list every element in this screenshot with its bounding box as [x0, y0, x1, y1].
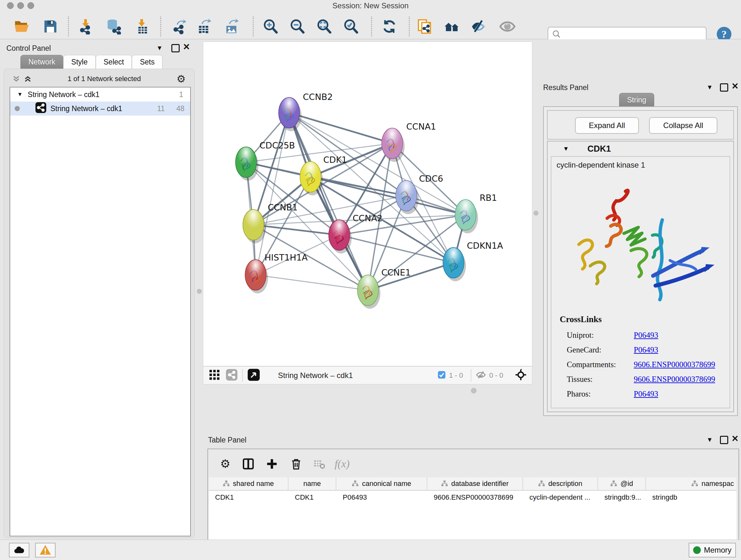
gene-expander-icon[interactable]: ▼ [563, 145, 569, 152]
refresh-layout-icon[interactable] [381, 17, 398, 36]
network-node-CCNB1[interactable] [243, 209, 266, 243]
zoom-fit-icon[interactable] [315, 17, 333, 36]
table-cell[interactable]: 9606.ENSP00000378699 [427, 491, 523, 504]
tab-network[interactable]: Network [20, 55, 63, 69]
network-edge-HIST1H1A-CCNE1[interactable] [256, 275, 368, 290]
network-collection-row[interactable]: ▼ String Network – cdk1 1 [10, 87, 190, 102]
open-session-icon[interactable] [13, 17, 30, 36]
save-session-icon[interactable] [42, 17, 59, 36]
show-eye-disabled-icon[interactable] [498, 17, 516, 36]
collapse-all-icon[interactable] [12, 75, 20, 83]
detach-view-icon[interactable] [247, 368, 260, 382]
network-node-HIST1H1A[interactable] [245, 260, 268, 294]
function-builder-icon[interactable]: f(x) [333, 455, 352, 473]
gene-section-header[interactable]: ▼ CDK1 [548, 141, 733, 156]
crosslink-value-link[interactable]: P06493 [634, 346, 658, 354]
tab-sets[interactable]: Sets [132, 55, 162, 69]
network-options-gear-icon[interactable]: ⚙ [177, 74, 186, 84]
table-panel-close-icon[interactable]: ✕ [731, 435, 739, 442]
network-node-CCNB2[interactable] [279, 98, 301, 131]
zoom-out-icon[interactable] [288, 17, 307, 36]
memory-button[interactable]: Memory [689, 543, 736, 557]
network-edge-CCNB2-CCNA1[interactable] [289, 113, 392, 143]
crosslink-label: Compartments: [567, 360, 634, 369]
table-cell[interactable]: CDK1 [209, 491, 288, 504]
export-table-icon[interactable] [195, 17, 213, 36]
houses-icon[interactable] [443, 17, 461, 36]
network-node-CCNA2[interactable] [329, 220, 352, 253]
grid-view-icon[interactable] [209, 369, 220, 381]
crosslink-value-link[interactable]: 9606.ENSP00000378699 [634, 360, 715, 369]
crosslink-value-link[interactable]: 9606.ENSP00000378699 [634, 375, 715, 384]
expand-all-icon[interactable] [23, 75, 32, 83]
search-icon [552, 30, 561, 39]
network-edge-CCNB1-CCNA2[interactable] [253, 225, 339, 235]
share-view-icon[interactable] [226, 369, 238, 382]
workspace: Control Panel ▼ ✕ NetworkStyleSelectSets… [0, 39, 741, 540]
results-panel-menu-icon[interactable]: ▼ [706, 84, 713, 91]
column-header-name[interactable]: name [288, 477, 336, 490]
copy-style-documents-icon[interactable] [415, 17, 433, 36]
table-cell[interactable]: stringdb [646, 491, 737, 504]
column-header-description[interactable]: description [523, 477, 598, 490]
cloud-button[interactable] [9, 543, 29, 557]
birdseye-crosshair-icon[interactable] [515, 369, 527, 382]
import-table-file-icon[interactable] [133, 17, 151, 36]
column-header-label: shared name [233, 480, 274, 488]
table-cell[interactable]: cyclin-dependent ... [523, 491, 598, 504]
crosslink-value-link[interactable]: P06493 [634, 389, 658, 398]
show-columns-icon[interactable] [239, 455, 258, 473]
network-node-CCNE1[interactable] [357, 275, 381, 309]
network-node-RB1[interactable] [455, 199, 478, 233]
table-cell[interactable]: CDK1 [288, 491, 336, 504]
hidden-eye-icon[interactable] [476, 370, 486, 381]
control-panel-float-icon[interactable] [172, 44, 180, 52]
column-header-canonical-name[interactable]: canonical name [336, 477, 427, 490]
control-panel-menu-icon[interactable]: ▼ [156, 44, 163, 52]
add-column-plus-icon[interactable] [262, 455, 281, 473]
crosslink-value-link[interactable]: P06493 [634, 331, 658, 340]
table-panel-menu-icon[interactable]: ▼ [706, 436, 713, 443]
tab-style[interactable]: Style [63, 55, 95, 69]
left-splitter-handle[interactable] [197, 289, 202, 294]
import-network-file-icon[interactable] [77, 17, 94, 36]
results-panel-float-icon[interactable] [720, 83, 728, 91]
node-label-CCNA1: CCNA1 [406, 122, 436, 132]
node-label-CDC25B: CDC25B [259, 140, 295, 150]
network-edge-CCNB2-HIST1H1A[interactable] [256, 113, 289, 275]
right-splitter-handle[interactable] [534, 211, 538, 215]
tab-string[interactable]: String [619, 93, 654, 107]
network-canvas[interactable]: CCNB2CCNA1CDC25BCDK1CDC6RB1CCNB1CCNA2CDK… [203, 42, 532, 366]
warning-button[interactable] [35, 543, 56, 557]
network-node-CDKN1A[interactable] [443, 247, 466, 281]
table-cell[interactable]: P06493 [336, 491, 427, 504]
bottom-splitter-handle[interactable] [471, 388, 476, 393]
zoom-in-icon[interactable] [262, 17, 280, 36]
delete-table-disabled-icon[interactable] [310, 455, 329, 473]
network-edge-CCNB2-CCNE1[interactable] [289, 113, 368, 290]
selected-checkbox-icon[interactable] [437, 371, 446, 380]
export-network-icon[interactable] [171, 17, 188, 36]
delete-trash-icon[interactable] [286, 455, 306, 473]
title-bar: Session: New Session [0, 0, 741, 10]
collection-expander-icon[interactable]: ▼ [17, 91, 23, 98]
table-cell[interactable]: stringdb:9... [598, 491, 646, 504]
table-row[interactable]: CDK1CDK1P064939606.ENSP00000378699cyclin… [209, 491, 737, 504]
column-header-namespac[interactable]: namespac [646, 477, 737, 490]
expand-all-button[interactable]: Expand All [575, 117, 639, 134]
hide-eye-slash-icon[interactable] [470, 17, 488, 36]
column-header-database-identifier[interactable]: database identifier [427, 477, 523, 490]
network-row[interactable]: String Network – cdk1 11 48 [10, 102, 190, 116]
import-network-database-icon[interactable] [105, 17, 123, 36]
export-image-icon[interactable] [223, 17, 241, 36]
column-header--id[interactable]: @id [598, 477, 646, 490]
table-options-gear-icon[interactable]: ⚙ [216, 455, 235, 473]
collapse-all-button[interactable]: Collapse All [649, 117, 718, 134]
results-panel-close-icon[interactable]: ✕ [731, 83, 739, 89]
zoom-selected-icon[interactable] [342, 17, 360, 36]
table-panel-float-icon[interactable] [720, 436, 728, 444]
control-panel-close-icon[interactable]: ✕ [183, 44, 190, 50]
column-header-shared-name[interactable]: shared name [209, 477, 288, 490]
tab-select[interactable]: Select [96, 55, 132, 69]
search-input[interactable] [561, 30, 699, 39]
